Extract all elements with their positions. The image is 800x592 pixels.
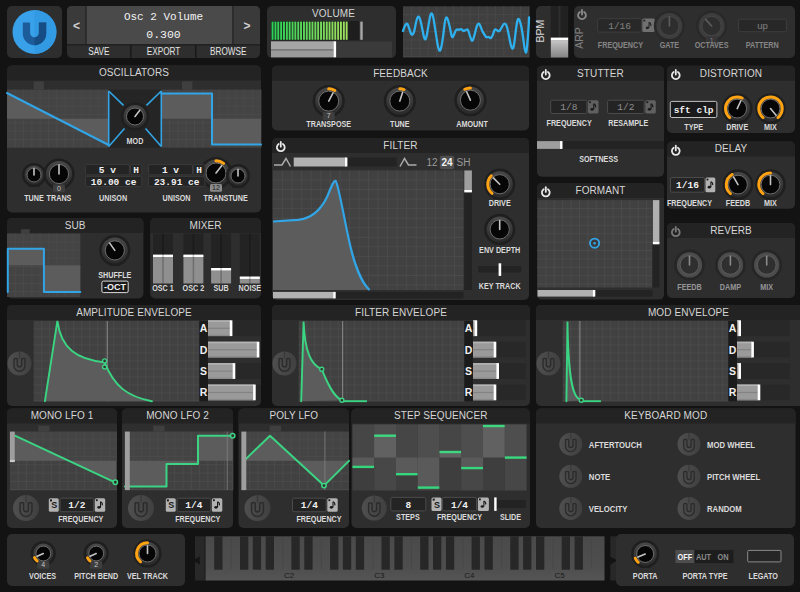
- svg-text:S: S: [168, 500, 174, 510]
- svg-text:C5: C5: [554, 571, 565, 580]
- svg-text:VOICES: VOICES: [29, 571, 57, 581]
- svg-text:UNISON: UNISON: [162, 193, 190, 203]
- svg-text:UNISON: UNISON: [99, 193, 127, 203]
- svg-text:NOTE: NOTE: [589, 471, 611, 482]
- svg-text:VELOCITY: VELOCITY: [589, 503, 628, 514]
- svg-text:AUT: AUT: [696, 552, 711, 562]
- svg-text:24: 24: [441, 157, 453, 168]
- svg-text:TRANSPOSE: TRANSPOSE: [306, 120, 351, 130]
- svg-text:SUB: SUB: [65, 220, 86, 231]
- svg-text:MOD WHEEL: MOD WHEEL: [707, 439, 755, 450]
- svg-text:TRANS: TRANS: [47, 193, 72, 203]
- svg-text:<: <: [73, 19, 80, 33]
- svg-text:S: S: [729, 365, 736, 377]
- svg-text:PITCH WHEEL: PITCH WHEEL: [707, 471, 760, 482]
- svg-text:S: S: [51, 500, 57, 510]
- svg-text:OSC 2: OSC 2: [183, 284, 205, 294]
- svg-text:C3: C3: [374, 571, 385, 580]
- svg-text:1 v: 1 v: [162, 165, 179, 176]
- svg-text:S: S: [200, 365, 207, 377]
- svg-text:FILTER ENVELOPE: FILTER ENVELOPE: [355, 307, 447, 318]
- svg-text:SH: SH: [457, 157, 471, 168]
- svg-text:1/16: 1/16: [676, 180, 699, 191]
- svg-text:A: A: [200, 322, 208, 334]
- svg-text:SOFTNESS: SOFTNESS: [579, 155, 618, 165]
- svg-text:DRIVE: DRIVE: [489, 198, 512, 208]
- svg-text:FREQUENCY: FREQUENCY: [437, 512, 483, 522]
- svg-text:PORTA: PORTA: [633, 571, 658, 581]
- svg-text:OSC 1: OSC 1: [152, 284, 174, 294]
- svg-text:D: D: [729, 344, 737, 356]
- svg-text:1/4: 1/4: [451, 500, 468, 511]
- svg-text:MIX: MIX: [764, 122, 777, 132]
- svg-text:D: D: [465, 344, 473, 356]
- svg-text:2: 2: [94, 561, 98, 568]
- svg-text:FEEDBACK: FEEDBACK: [373, 68, 428, 79]
- svg-text:SUB: SUB: [213, 284, 228, 294]
- svg-text:STEPS: STEPS: [396, 512, 420, 522]
- svg-text:MONO LFO 2: MONO LFO 2: [146, 410, 209, 421]
- svg-text:TUNE: TUNE: [228, 193, 248, 203]
- svg-text:MIX: MIX: [764, 198, 777, 208]
- svg-text:FREQUENCY: FREQUENCY: [598, 41, 644, 51]
- svg-text:STUTTER: STUTTER: [577, 68, 624, 79]
- svg-text:SLIDE: SLIDE: [500, 512, 522, 522]
- svg-text:S: S: [434, 500, 440, 510]
- svg-text:AFTERTOUCH: AFTERTOUCH: [589, 439, 642, 450]
- svg-text:SHUFFLE: SHUFFLE: [98, 270, 132, 280]
- svg-text:-OCT: -OCT: [104, 282, 126, 292]
- svg-text:DELAY: DELAY: [715, 143, 748, 154]
- svg-text:FREQUENCY: FREQUENCY: [58, 514, 104, 524]
- svg-text:1/4: 1/4: [185, 500, 202, 511]
- svg-text:D: D: [200, 344, 208, 356]
- svg-text:R: R: [200, 386, 208, 398]
- svg-text:PATTERN: PATTERN: [746, 41, 779, 51]
- svg-text:5 v: 5 v: [99, 165, 116, 176]
- svg-text:10.00 ce: 10.00 ce: [91, 177, 137, 188]
- svg-text:C4: C4: [464, 571, 475, 580]
- svg-text:A: A: [465, 322, 473, 334]
- svg-text:KEYBOARD MOD: KEYBOARD MOD: [624, 410, 707, 421]
- svg-text:FILTER: FILTER: [383, 140, 417, 151]
- svg-text:KEY TRACK: KEY TRACK: [479, 281, 521, 291]
- svg-text:TUNE: TUNE: [24, 193, 44, 203]
- svg-text:MONO LFO 1: MONO LFO 1: [31, 410, 94, 421]
- svg-text:A: A: [729, 322, 737, 334]
- svg-text:H: H: [133, 165, 139, 176]
- svg-text:S: S: [465, 365, 472, 377]
- svg-text:1/8: 1/8: [560, 102, 577, 113]
- svg-text:PORTA TYPE: PORTA TYPE: [682, 571, 728, 581]
- svg-text:SAVE: SAVE: [88, 46, 109, 57]
- svg-text:BROWSE: BROWSE: [210, 46, 246, 57]
- svg-text:FREQUENCY: FREQUENCY: [175, 514, 221, 524]
- svg-text:FREQUENCY: FREQUENCY: [546, 118, 592, 128]
- svg-text:PITCH BEND: PITCH BEND: [74, 571, 118, 581]
- svg-text:DRIVE: DRIVE: [726, 122, 749, 132]
- svg-text:sft clp: sft clp: [674, 105, 714, 116]
- svg-text:ENV DEPTH: ENV DEPTH: [479, 245, 520, 255]
- svg-text:STEP SEQUENCER: STEP SEQUENCER: [394, 410, 487, 421]
- svg-text:12: 12: [212, 184, 220, 191]
- svg-text:LEGATO: LEGATO: [749, 571, 778, 581]
- svg-text:TRANS: TRANS: [204, 193, 229, 203]
- svg-text:R: R: [465, 386, 473, 398]
- svg-text:VEL TRACK: VEL TRACK: [127, 571, 168, 581]
- svg-text:EXPORT: EXPORT: [147, 46, 181, 57]
- svg-text:8: 8: [405, 500, 411, 511]
- svg-text:DAMP: DAMP: [720, 283, 742, 293]
- svg-text:0.300: 0.300: [146, 28, 181, 41]
- svg-text:DISTORTION: DISTORTION: [700, 68, 762, 79]
- svg-text:TYPE: TYPE: [684, 122, 703, 132]
- svg-text:AMOUNT: AMOUNT: [456, 120, 488, 130]
- svg-text:H: H: [196, 165, 202, 176]
- svg-text:MIX: MIX: [760, 283, 773, 293]
- svg-text:NOISE: NOISE: [239, 284, 262, 294]
- svg-text:MOD ENVELOPE: MOD ENVELOPE: [648, 307, 729, 318]
- svg-text:OFF: OFF: [677, 552, 692, 562]
- svg-text:TUNE: TUNE: [390, 120, 410, 130]
- svg-text:REVERB: REVERB: [710, 225, 752, 236]
- svg-text:POLY LFO: POLY LFO: [269, 410, 318, 421]
- svg-text:AMPLITUDE ENVELOPE: AMPLITUDE ENVELOPE: [76, 307, 192, 318]
- svg-text:OCTAVES: OCTAVES: [695, 41, 729, 51]
- svg-text:FORMANT: FORMANT: [575, 185, 625, 196]
